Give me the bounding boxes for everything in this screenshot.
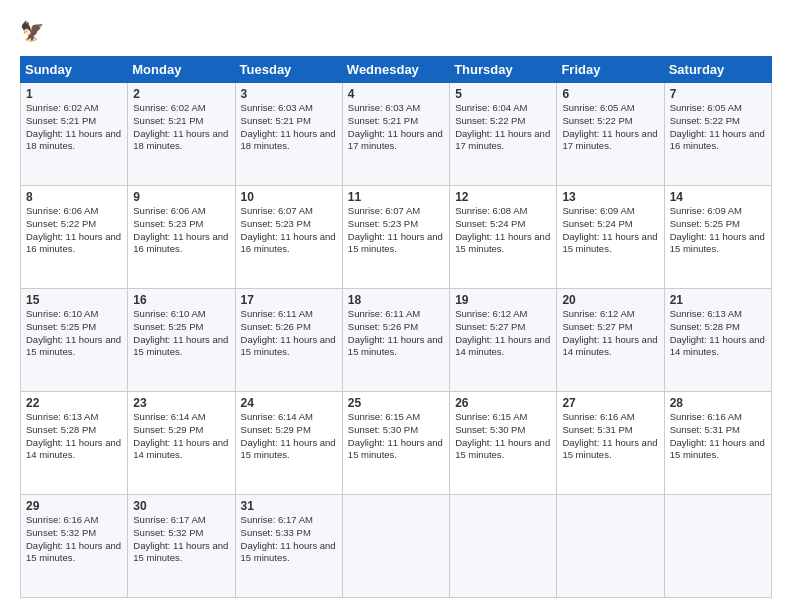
day-info: Sunrise: 6:05 AMSunset: 5:22 PMDaylight:…: [562, 102, 657, 151]
col-tuesday: Tuesday: [235, 57, 342, 83]
col-monday: Monday: [128, 57, 235, 83]
svg-text:🦅: 🦅: [20, 19, 45, 43]
day-number: 8: [26, 190, 122, 204]
table-row: [557, 495, 664, 598]
day-number: 11: [348, 190, 444, 204]
table-row: [342, 495, 449, 598]
day-number: 13: [562, 190, 658, 204]
day-info: Sunrise: 6:03 AMSunset: 5:21 PMDaylight:…: [348, 102, 443, 151]
table-row: 17 Sunrise: 6:11 AMSunset: 5:26 PMDaylig…: [235, 289, 342, 392]
day-info: Sunrise: 6:13 AMSunset: 5:28 PMDaylight:…: [26, 411, 121, 460]
week-row: 1 Sunrise: 6:02 AMSunset: 5:21 PMDayligh…: [21, 83, 772, 186]
day-info: Sunrise: 6:16 AMSunset: 5:32 PMDaylight:…: [26, 514, 121, 563]
table-row: 24 Sunrise: 6:14 AMSunset: 5:29 PMDaylig…: [235, 392, 342, 495]
table-row: 14 Sunrise: 6:09 AMSunset: 5:25 PMDaylig…: [664, 186, 771, 289]
day-info: Sunrise: 6:15 AMSunset: 5:30 PMDaylight:…: [348, 411, 443, 460]
day-number: 16: [133, 293, 229, 307]
day-number: 7: [670, 87, 766, 101]
table-row: 12 Sunrise: 6:08 AMSunset: 5:24 PMDaylig…: [450, 186, 557, 289]
day-info: Sunrise: 6:07 AMSunset: 5:23 PMDaylight:…: [348, 205, 443, 254]
day-number: 15: [26, 293, 122, 307]
day-number: 27: [562, 396, 658, 410]
table-row: 4 Sunrise: 6:03 AMSunset: 5:21 PMDayligh…: [342, 83, 449, 186]
week-row: 22 Sunrise: 6:13 AMSunset: 5:28 PMDaylig…: [21, 392, 772, 495]
header-row: Sunday Monday Tuesday Wednesday Thursday…: [21, 57, 772, 83]
table-row: 11 Sunrise: 6:07 AMSunset: 5:23 PMDaylig…: [342, 186, 449, 289]
table-row: 18 Sunrise: 6:11 AMSunset: 5:26 PMDaylig…: [342, 289, 449, 392]
table-row: 13 Sunrise: 6:09 AMSunset: 5:24 PMDaylig…: [557, 186, 664, 289]
day-number: 3: [241, 87, 337, 101]
day-info: Sunrise: 6:10 AMSunset: 5:25 PMDaylight:…: [133, 308, 228, 357]
day-number: 1: [26, 87, 122, 101]
table-row: [664, 495, 771, 598]
page: 🦅 Sunday Monday Tuesday: [0, 0, 792, 612]
day-number: 5: [455, 87, 551, 101]
week-row: 29 Sunrise: 6:16 AMSunset: 5:32 PMDaylig…: [21, 495, 772, 598]
day-info: Sunrise: 6:17 AMSunset: 5:32 PMDaylight:…: [133, 514, 228, 563]
day-info: Sunrise: 6:02 AMSunset: 5:21 PMDaylight:…: [133, 102, 228, 151]
table-row: 26 Sunrise: 6:15 AMSunset: 5:30 PMDaylig…: [450, 392, 557, 495]
table-row: 16 Sunrise: 6:10 AMSunset: 5:25 PMDaylig…: [128, 289, 235, 392]
day-info: Sunrise: 6:13 AMSunset: 5:28 PMDaylight:…: [670, 308, 765, 357]
table-row: 23 Sunrise: 6:14 AMSunset: 5:29 PMDaylig…: [128, 392, 235, 495]
day-info: Sunrise: 6:04 AMSunset: 5:22 PMDaylight:…: [455, 102, 550, 151]
table-row: 10 Sunrise: 6:07 AMSunset: 5:23 PMDaylig…: [235, 186, 342, 289]
logo-icon: 🦅: [20, 18, 48, 46]
day-number: 25: [348, 396, 444, 410]
header: 🦅: [20, 18, 772, 46]
day-info: Sunrise: 6:11 AMSunset: 5:26 PMDaylight:…: [348, 308, 443, 357]
table-row: 15 Sunrise: 6:10 AMSunset: 5:25 PMDaylig…: [21, 289, 128, 392]
day-info: Sunrise: 6:06 AMSunset: 5:22 PMDaylight:…: [26, 205, 121, 254]
table-row: 7 Sunrise: 6:05 AMSunset: 5:22 PMDayligh…: [664, 83, 771, 186]
table-row: 8 Sunrise: 6:06 AMSunset: 5:22 PMDayligh…: [21, 186, 128, 289]
col-wednesday: Wednesday: [342, 57, 449, 83]
day-info: Sunrise: 6:12 AMSunset: 5:27 PMDaylight:…: [455, 308, 550, 357]
day-number: 29: [26, 499, 122, 513]
day-number: 14: [670, 190, 766, 204]
day-number: 21: [670, 293, 766, 307]
table-row: 6 Sunrise: 6:05 AMSunset: 5:22 PMDayligh…: [557, 83, 664, 186]
day-number: 6: [562, 87, 658, 101]
col-thursday: Thursday: [450, 57, 557, 83]
day-info: Sunrise: 6:14 AMSunset: 5:29 PMDaylight:…: [133, 411, 228, 460]
day-info: Sunrise: 6:15 AMSunset: 5:30 PMDaylight:…: [455, 411, 550, 460]
day-number: 26: [455, 396, 551, 410]
day-number: 20: [562, 293, 658, 307]
day-info: Sunrise: 6:09 AMSunset: 5:25 PMDaylight:…: [670, 205, 765, 254]
col-friday: Friday: [557, 57, 664, 83]
day-number: 31: [241, 499, 337, 513]
day-info: Sunrise: 6:02 AMSunset: 5:21 PMDaylight:…: [26, 102, 121, 151]
day-number: 28: [670, 396, 766, 410]
day-number: 10: [241, 190, 337, 204]
day-number: 17: [241, 293, 337, 307]
day-info: Sunrise: 6:14 AMSunset: 5:29 PMDaylight:…: [241, 411, 336, 460]
day-info: Sunrise: 6:09 AMSunset: 5:24 PMDaylight:…: [562, 205, 657, 254]
day-number: 12: [455, 190, 551, 204]
day-number: 24: [241, 396, 337, 410]
day-number: 23: [133, 396, 229, 410]
day-number: 30: [133, 499, 229, 513]
table-row: 28 Sunrise: 6:16 AMSunset: 5:31 PMDaylig…: [664, 392, 771, 495]
week-row: 8 Sunrise: 6:06 AMSunset: 5:22 PMDayligh…: [21, 186, 772, 289]
table-row: 2 Sunrise: 6:02 AMSunset: 5:21 PMDayligh…: [128, 83, 235, 186]
day-number: 9: [133, 190, 229, 204]
day-number: 19: [455, 293, 551, 307]
day-info: Sunrise: 6:11 AMSunset: 5:26 PMDaylight:…: [241, 308, 336, 357]
table-row: 25 Sunrise: 6:15 AMSunset: 5:30 PMDaylig…: [342, 392, 449, 495]
calendar-table: Sunday Monday Tuesday Wednesday Thursday…: [20, 56, 772, 598]
table-row: 5 Sunrise: 6:04 AMSunset: 5:22 PMDayligh…: [450, 83, 557, 186]
day-info: Sunrise: 6:06 AMSunset: 5:23 PMDaylight:…: [133, 205, 228, 254]
day-info: Sunrise: 6:17 AMSunset: 5:33 PMDaylight:…: [241, 514, 336, 563]
day-info: Sunrise: 6:03 AMSunset: 5:21 PMDaylight:…: [241, 102, 336, 151]
table-row: 20 Sunrise: 6:12 AMSunset: 5:27 PMDaylig…: [557, 289, 664, 392]
table-row: [450, 495, 557, 598]
day-info: Sunrise: 6:10 AMSunset: 5:25 PMDaylight:…: [26, 308, 121, 357]
table-row: 27 Sunrise: 6:16 AMSunset: 5:31 PMDaylig…: [557, 392, 664, 495]
table-row: 29 Sunrise: 6:16 AMSunset: 5:32 PMDaylig…: [21, 495, 128, 598]
col-sunday: Sunday: [21, 57, 128, 83]
table-row: 22 Sunrise: 6:13 AMSunset: 5:28 PMDaylig…: [21, 392, 128, 495]
day-info: Sunrise: 6:12 AMSunset: 5:27 PMDaylight:…: [562, 308, 657, 357]
table-row: 9 Sunrise: 6:06 AMSunset: 5:23 PMDayligh…: [128, 186, 235, 289]
day-info: Sunrise: 6:16 AMSunset: 5:31 PMDaylight:…: [562, 411, 657, 460]
table-row: 1 Sunrise: 6:02 AMSunset: 5:21 PMDayligh…: [21, 83, 128, 186]
